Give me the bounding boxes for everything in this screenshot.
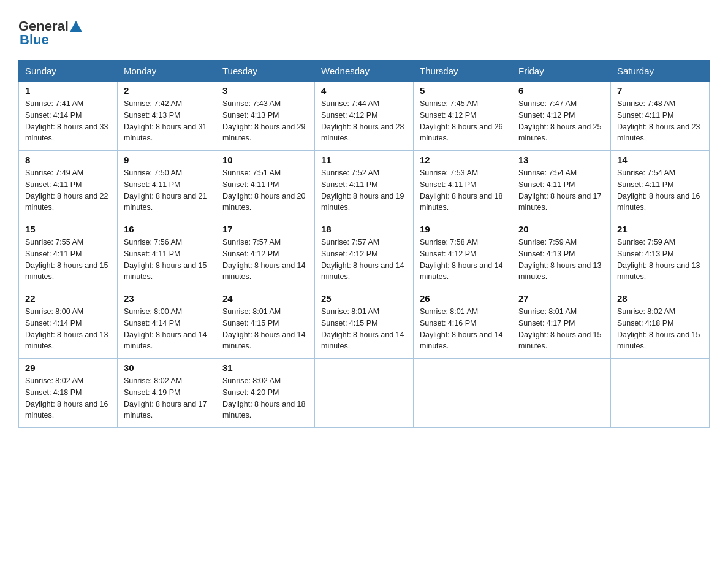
day-number: 27	[518, 293, 604, 304]
logo-triangle-icon	[70, 21, 82, 32]
calendar-day-13: 13Sunrise: 7:54 AMSunset: 4:11 PMDayligh…	[512, 151, 611, 220]
logo: General Blue	[18, 18, 83, 48]
day-info: Sunrise: 7:42 AMSunset: 4:13 PMDaylight:…	[124, 98, 210, 144]
day-info: Sunrise: 8:01 AMSunset: 4:16 PMDaylight:…	[420, 306, 506, 352]
day-info: Sunrise: 7:57 AMSunset: 4:12 PMDaylight:…	[222, 237, 308, 283]
day-number: 20	[518, 224, 604, 234]
day-info: Sunrise: 7:44 AMSunset: 4:12 PMDaylight:…	[321, 98, 407, 144]
calendar-day-1: 1Sunrise: 7:41 AMSunset: 4:14 PMDaylight…	[19, 82, 118, 151]
day-number: 25	[321, 293, 407, 304]
calendar-week-5: 29Sunrise: 8:02 AMSunset: 4:18 PMDayligh…	[19, 359, 710, 428]
day-number: 5	[420, 85, 506, 96]
calendar-day-30: 30Sunrise: 8:02 AMSunset: 4:19 PMDayligh…	[118, 359, 216, 428]
weekday-header-monday: Monday	[118, 61, 216, 82]
day-info: Sunrise: 8:02 AMSunset: 4:18 PMDaylight:…	[25, 375, 111, 421]
calendar-week-3: 15Sunrise: 7:55 AMSunset: 4:11 PMDayligh…	[19, 220, 710, 289]
day-number: 1	[25, 85, 111, 96]
day-number: 4	[321, 85, 407, 96]
day-info: Sunrise: 7:45 AMSunset: 4:12 PMDaylight:…	[420, 98, 506, 144]
calendar-day-22: 22Sunrise: 8:00 AMSunset: 4:14 PMDayligh…	[19, 289, 118, 359]
day-number: 2	[124, 85, 210, 96]
calendar-day-6: 6Sunrise: 7:47 AMSunset: 4:12 PMDaylight…	[512, 82, 611, 151]
calendar-day-2: 2Sunrise: 7:42 AMSunset: 4:13 PMDaylight…	[118, 82, 216, 151]
day-info: Sunrise: 7:53 AMSunset: 4:11 PMDaylight:…	[420, 167, 506, 213]
day-number: 6	[518, 85, 604, 96]
logo-blue-text: Blue	[20, 32, 49, 48]
day-number: 3	[222, 85, 308, 96]
day-number: 15	[25, 224, 111, 234]
calendar-day-3: 3Sunrise: 7:43 AMSunset: 4:13 PMDaylight…	[216, 82, 315, 151]
weekday-header-saturday: Saturday	[611, 61, 710, 82]
day-info: Sunrise: 7:52 AMSunset: 4:11 PMDaylight:…	[321, 167, 407, 213]
day-number: 9	[124, 155, 210, 165]
day-number: 26	[420, 293, 506, 304]
calendar-day-16: 16Sunrise: 7:56 AMSunset: 4:11 PMDayligh…	[118, 220, 216, 289]
calendar-day-28: 28Sunrise: 8:02 AMSunset: 4:18 PMDayligh…	[611, 289, 710, 359]
day-info: Sunrise: 7:56 AMSunset: 4:11 PMDaylight:…	[124, 237, 210, 283]
calendar-day-29: 29Sunrise: 8:02 AMSunset: 4:18 PMDayligh…	[19, 359, 118, 428]
weekday-header-wednesday: Wednesday	[315, 61, 414, 82]
calendar-day-12: 12Sunrise: 7:53 AMSunset: 4:11 PMDayligh…	[414, 151, 512, 220]
empty-cell	[315, 359, 414, 428]
day-number: 21	[617, 224, 703, 234]
calendar-day-4: 4Sunrise: 7:44 AMSunset: 4:12 PMDaylight…	[315, 82, 414, 151]
calendar-week-2: 8Sunrise: 7:49 AMSunset: 4:11 PMDaylight…	[19, 151, 710, 220]
empty-cell	[512, 359, 611, 428]
calendar-week-1: 1Sunrise: 7:41 AMSunset: 4:14 PMDaylight…	[19, 82, 710, 151]
calendar-day-15: 15Sunrise: 7:55 AMSunset: 4:11 PMDayligh…	[19, 220, 118, 289]
weekday-header-thursday: Thursday	[414, 61, 512, 82]
calendar-day-23: 23Sunrise: 8:00 AMSunset: 4:14 PMDayligh…	[118, 289, 216, 359]
calendar-week-4: 22Sunrise: 8:00 AMSunset: 4:14 PMDayligh…	[19, 289, 710, 359]
day-number: 29	[25, 362, 111, 373]
weekday-header-sunday: Sunday	[19, 61, 118, 82]
day-info: Sunrise: 7:43 AMSunset: 4:13 PMDaylight:…	[222, 98, 308, 144]
day-info: Sunrise: 8:02 AMSunset: 4:20 PMDaylight:…	[222, 375, 308, 421]
day-number: 12	[420, 155, 506, 165]
calendar-day-5: 5Sunrise: 7:45 AMSunset: 4:12 PMDaylight…	[414, 82, 512, 151]
day-info: Sunrise: 7:55 AMSunset: 4:11 PMDaylight:…	[25, 237, 111, 283]
day-info: Sunrise: 7:57 AMSunset: 4:12 PMDaylight:…	[321, 237, 407, 283]
day-info: Sunrise: 7:54 AMSunset: 4:11 PMDaylight:…	[518, 167, 604, 213]
day-number: 30	[124, 362, 210, 373]
weekday-header-friday: Friday	[512, 61, 611, 82]
day-number: 7	[617, 85, 703, 96]
day-info: Sunrise: 7:41 AMSunset: 4:14 PMDaylight:…	[25, 98, 111, 144]
calendar-day-31: 31Sunrise: 8:02 AMSunset: 4:20 PMDayligh…	[216, 359, 315, 428]
day-info: Sunrise: 8:01 AMSunset: 4:15 PMDaylight:…	[321, 306, 407, 352]
day-number: 11	[321, 155, 407, 165]
day-number: 19	[420, 224, 506, 234]
day-number: 13	[518, 155, 604, 165]
day-number: 24	[222, 293, 308, 304]
day-info: Sunrise: 8:02 AMSunset: 4:19 PMDaylight:…	[124, 375, 210, 421]
day-number: 22	[25, 293, 111, 304]
day-info: Sunrise: 8:01 AMSunset: 4:15 PMDaylight:…	[222, 306, 308, 352]
day-number: 16	[124, 224, 210, 234]
day-info: Sunrise: 8:00 AMSunset: 4:14 PMDaylight:…	[124, 306, 210, 352]
day-info: Sunrise: 7:47 AMSunset: 4:12 PMDaylight:…	[518, 98, 604, 144]
calendar-day-26: 26Sunrise: 8:01 AMSunset: 4:16 PMDayligh…	[414, 289, 512, 359]
calendar-day-9: 9Sunrise: 7:50 AMSunset: 4:11 PMDaylight…	[118, 151, 216, 220]
day-info: Sunrise: 7:48 AMSunset: 4:11 PMDaylight:…	[617, 98, 703, 144]
calendar-day-7: 7Sunrise: 7:48 AMSunset: 4:11 PMDaylight…	[611, 82, 710, 151]
day-number: 28	[617, 293, 703, 304]
calendar-day-18: 18Sunrise: 7:57 AMSunset: 4:12 PMDayligh…	[315, 220, 414, 289]
day-info: Sunrise: 8:02 AMSunset: 4:18 PMDaylight:…	[617, 306, 703, 352]
calendar-day-27: 27Sunrise: 8:01 AMSunset: 4:17 PMDayligh…	[512, 289, 611, 359]
day-info: Sunrise: 7:50 AMSunset: 4:11 PMDaylight:…	[124, 167, 210, 213]
calendar-day-8: 8Sunrise: 7:49 AMSunset: 4:11 PMDaylight…	[19, 151, 118, 220]
empty-cell	[611, 359, 710, 428]
day-info: Sunrise: 7:49 AMSunset: 4:11 PMDaylight:…	[25, 167, 111, 213]
day-number: 18	[321, 224, 407, 234]
day-number: 8	[25, 155, 111, 165]
day-info: Sunrise: 7:54 AMSunset: 4:11 PMDaylight:…	[617, 167, 703, 213]
page-header: General Blue	[18, 12, 710, 48]
weekday-header-tuesday: Tuesday	[216, 61, 315, 82]
calendar-day-25: 25Sunrise: 8:01 AMSunset: 4:15 PMDayligh…	[315, 289, 414, 359]
day-info: Sunrise: 8:00 AMSunset: 4:14 PMDaylight:…	[25, 306, 111, 352]
calendar-day-20: 20Sunrise: 7:59 AMSunset: 4:13 PMDayligh…	[512, 220, 611, 289]
day-number: 17	[222, 224, 308, 234]
day-number: 14	[617, 155, 703, 165]
calendar-day-10: 10Sunrise: 7:51 AMSunset: 4:11 PMDayligh…	[216, 151, 315, 220]
day-info: Sunrise: 8:01 AMSunset: 4:17 PMDaylight:…	[518, 306, 604, 352]
calendar-day-14: 14Sunrise: 7:54 AMSunset: 4:11 PMDayligh…	[611, 151, 710, 220]
